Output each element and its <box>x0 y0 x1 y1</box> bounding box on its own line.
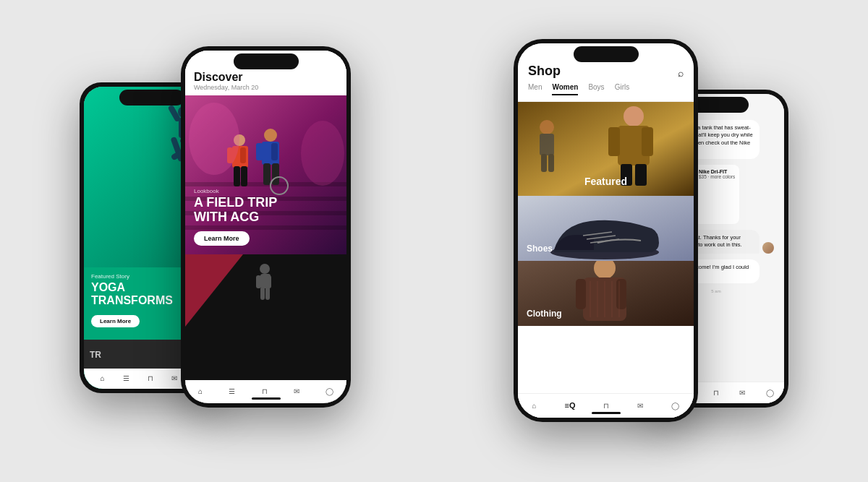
discover-hero: Lookbook A FIELD TRIP WITH ACG Learn Mor… <box>185 95 346 254</box>
shop-nav-home[interactable]: ⌂ <box>532 402 536 410</box>
shop-clothing-section[interactable]: Clothing <box>518 261 694 326</box>
svg-rect-47 <box>548 154 554 172</box>
svg-rect-18 <box>234 166 240 186</box>
clothing-label: Clothing <box>527 309 562 319</box>
shop-screen: Shop ⌕ Men Women Boys Girls <box>518 43 694 418</box>
shop-nav-mail[interactable]: ✉ <box>637 402 643 410</box>
yoga-nav-home[interactable]: ⌂ <box>101 374 105 382</box>
shop-home-indicator <box>592 412 621 414</box>
svg-rect-32 <box>256 275 261 288</box>
shop-tabs: Men Women Boys Girls <box>518 83 694 102</box>
svg-rect-40 <box>608 127 620 156</box>
svg-rect-43 <box>635 164 647 186</box>
yoga-nav-mail[interactable]: ✉ <box>171 374 177 382</box>
shoes-label: Shoes <box>527 244 553 254</box>
svg-rect-24 <box>263 163 271 185</box>
right-phone-group: Shop ⌕ Men Women Boys Girls <box>485 25 788 458</box>
discover-headline: A FIELD TRIP WITH ACG <box>194 196 277 225</box>
shop-tab-boys[interactable]: Boys <box>588 83 604 95</box>
phone-shop: Shop ⌕ Men Women Boys Girls <box>514 39 698 422</box>
svg-point-28 <box>301 121 344 186</box>
disc-home-indicator <box>252 397 281 400</box>
shop-tab-girls[interactable]: Girls <box>615 83 630 95</box>
discover-content: Discover Wednesday, March 20 <box>185 51 346 403</box>
disc-nav-person[interactable]: ◯ <box>326 387 333 395</box>
svg-rect-23 <box>271 143 278 160</box>
disc-nav-bag[interactable]: ⊓ <box>262 387 268 395</box>
svg-rect-45 <box>540 134 554 155</box>
shop-header: Shop ⌕ <box>518 43 694 83</box>
svg-rect-22 <box>256 143 263 160</box>
shop-grid: Featured <box>518 102 694 418</box>
svg-rect-19 <box>241 166 247 186</box>
lookbook-label: Lookbook <box>194 188 277 194</box>
disc-nav-search[interactable]: ☰ <box>229 387 235 395</box>
scene: Featured Story YOGA TRANSFORMS Learn Mor… <box>0 0 868 482</box>
shop-shoes-section[interactable]: Shoes <box>518 196 694 261</box>
shop-nav-person[interactable]: ◯ <box>671 402 679 410</box>
svg-rect-57 <box>616 279 626 309</box>
shop-search-icon[interactable]: ⌕ <box>678 67 684 79</box>
shop-title: Shop <box>528 64 561 79</box>
svg-rect-46 <box>541 154 547 172</box>
discover-date: Wednesday, March 20 <box>194 84 338 91</box>
chat-nav-bag[interactable]: ⊓ <box>713 389 719 397</box>
svg-rect-33 <box>266 275 271 288</box>
yoga-nav-search[interactable]: ☰ <box>123 374 129 382</box>
discover-header: Discover Wednesday, March 20 <box>185 51 346 95</box>
yoga-learn-btn[interactable]: Learn More <box>91 315 140 327</box>
svg-point-44 <box>540 120 554 134</box>
svg-point-30 <box>260 264 270 274</box>
svg-rect-56 <box>576 279 586 309</box>
svg-rect-35 <box>265 287 270 300</box>
discover-learn-btn[interactable]: Learn More <box>194 231 250 246</box>
shop-content: Shop ⌕ Men Women Boys Girls <box>518 43 694 418</box>
discover-bottom-svg <box>185 254 346 327</box>
product-info: Nike Dri-FIT $35 · more colors <box>699 169 735 179</box>
discover-bottom-nav: ⌂ ☰ ⊓ ✉ ◯ <box>185 380 346 403</box>
shop-nav-bag[interactable]: ⊓ <box>603 402 609 410</box>
phone-discover: Discover Wednesday, March 20 <box>181 46 351 408</box>
disc-nav-home[interactable]: ⌂ <box>198 387 203 395</box>
chat-nav-person[interactable]: ◯ <box>766 389 774 397</box>
discover-title: Discover <box>194 71 338 84</box>
svg-point-27 <box>189 103 239 175</box>
disc-nav-mail[interactable]: ✉ <box>294 387 299 395</box>
product-price: $35 · more colors <box>699 174 735 179</box>
shop-featured-section[interactable]: Featured <box>518 102 694 196</box>
left-phone-group: Featured Story YOGA TRANSFORMS Learn Mor… <box>80 25 383 458</box>
discover-overlay: Lookbook A FIELD TRIP WITH ACG Learn Mor… <box>194 188 277 246</box>
svg-rect-41 <box>642 127 653 156</box>
svg-rect-25 <box>272 163 279 185</box>
shop-bottom-nav: ⌂ ≡Q ⊓ ✉ ◯ <box>518 393 694 418</box>
svg-rect-17 <box>240 147 246 163</box>
yoga-nav-bag[interactable]: ⊓ <box>148 374 153 382</box>
svg-point-38 <box>624 106 644 126</box>
shop-tab-men[interactable]: Men <box>528 83 542 95</box>
svg-rect-34 <box>260 287 265 300</box>
chat-avatar <box>762 242 774 254</box>
discover-screen: Discover Wednesday, March 20 <box>185 51 346 403</box>
featured-label: Featured <box>584 176 627 187</box>
shop-tab-women[interactable]: Women <box>552 83 578 95</box>
product-name: Nike Dri-FIT <box>699 169 735 174</box>
shop-nav-search[interactable]: ≡Q <box>565 401 576 410</box>
svg-point-20 <box>264 129 277 142</box>
chat-nav-mail[interactable]: ✉ <box>739 389 745 397</box>
